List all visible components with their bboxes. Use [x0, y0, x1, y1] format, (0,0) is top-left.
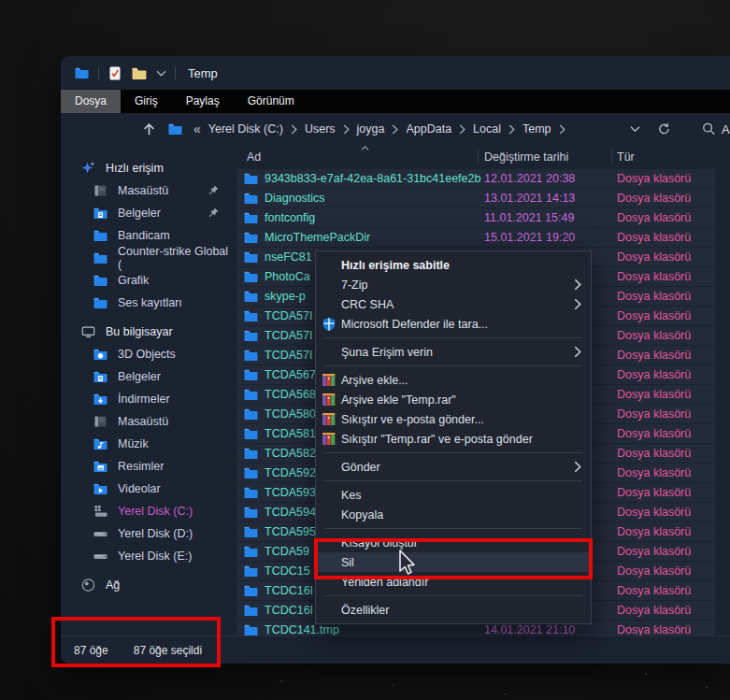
sidebar-item-label: Yerel Disk (D:) [118, 527, 193, 540]
sidebar-item-videolar[interactable]: Videolar [61, 478, 234, 500]
breadcrumb-item-users[interactable]: Users [305, 122, 336, 136]
folder-icon [243, 465, 259, 480]
sidebar-item-resimler[interactable]: Resimler [61, 455, 234, 478]
menu-item-arşive-ekle[interactable]: Arşive ekle... [316, 370, 591, 390]
refresh-icon[interactable] [657, 122, 671, 136]
file-type: Dosya klasörü [617, 545, 691, 558]
sidebar-item-masaüstü[interactable]: Masaüstü [61, 410, 234, 433]
breadcrumb-item-appdata[interactable]: AppData [406, 122, 451, 136]
sidebar-item-grafik[interactable]: Grafik [61, 269, 234, 292]
folder-icon [243, 348, 259, 363]
sidebar-item-bu-bilgisayar[interactable]: Bu bilgisayar [61, 321, 234, 343]
column-header-type[interactable]: Tür [617, 150, 635, 164]
sidebar-item-masaüstü[interactable]: Masaüstü [61, 179, 234, 202]
file-row[interactable]: fontconfig11.01.2021 15:49Dosya klasörü [236, 208, 715, 227]
sidebar-item-yerel-disk-c[interactable]: Yerel Disk (C:) [61, 500, 234, 522]
breadcrumb-item-joyga[interactable]: joyga [357, 122, 385, 136]
menu-item-label: Özellikler [341, 604, 389, 617]
menu-item-microsoft-defender-ile-tara[interactable]: Microsoft Defender ile tara... [316, 314, 591, 334]
column-header-name[interactable]: Ad [247, 150, 261, 164]
file-row[interactable]: MicroThemePackDir15.01.2021 19:20Dosya k… [236, 228, 715, 247]
breadcrumb-chevron-icon[interactable] [343, 124, 350, 135]
tab-giriş[interactable]: Giriş [121, 90, 172, 113]
address-bar[interactable]: « Yerel Disk (C:)UsersjoygaAppDataLocalT… [61, 113, 730, 145]
folder-icon [243, 505, 259, 520]
breadcrumb-chevron-icon[interactable] [459, 124, 465, 135]
documents-icon [93, 206, 108, 221]
menu-item-label: 7-Zip [341, 279, 367, 292]
file-type: Dosya klasörü [617, 309, 691, 322]
titlebar[interactable]: Temp [61, 56, 730, 90]
folder-icon [243, 407, 259, 421]
column-divider[interactable] [611, 149, 612, 165]
menu-separator [324, 595, 582, 596]
menu-item-kes[interactable]: Kes [316, 485, 591, 505]
sidebar-item-ses-kayıtları[interactable]: Ses kayıtları [61, 292, 234, 314]
up-arrow-icon[interactable] [141, 121, 157, 137]
menu-item-sıkıştır-ve-e-posta-gönder[interactable]: Sıkıştır ve e-posta gönder... [316, 409, 591, 429]
sidebar-section-ağ: Ağ [61, 574, 234, 596]
menu-item-şuna-erişim-verin[interactable]: Şuna Erişim verin [316, 342, 591, 362]
properties-check-icon[interactable] [107, 65, 122, 81]
menu-item-arşive-ekle-temp-rar[interactable]: Arşive ekle "Temp.rar" [316, 390, 591, 409]
file-row[interactable]: 9343b833-e7af-42ea-8a61-31bc41eefe2b12.0… [236, 169, 715, 188]
quick-access-toolbar-chevron-icon[interactable] [156, 70, 166, 77]
file-type: Dosya klasörü [617, 250, 691, 264]
titlebar-divider [175, 66, 176, 80]
window-title: Temp [188, 66, 218, 80]
menu-item-hızlı-erişime-sabitle[interactable]: Hızlı erişime sabitle [316, 255, 591, 275]
menu-item-sıkıştır-temp-rar-ve-e-posta-gönder[interactable]: Sıkıştır "Temp.rar" ve e-posta gönder [316, 429, 591, 449]
sidebar-item-counter-strike-global[interactable]: Counter-strike Global ( [61, 247, 234, 269]
file-type: Dosya klasörü [617, 231, 691, 244]
folder-icon [243, 387, 259, 402]
sidebar-item-ağ[interactable]: Ağ [61, 574, 234, 596]
search-icon[interactable] [702, 122, 716, 136]
menu-item-label: Kopyala [341, 508, 383, 521]
search-box-text[interactable]: A [722, 122, 730, 136]
folder-icon [243, 426, 259, 441]
menu-item-7-zip[interactable]: 7-Zip [316, 275, 591, 294]
breadcrumb-item-yerel-disk-c[interactable]: Yerel Disk (C:) [208, 122, 283, 136]
sidebar-item-label: İndirmeler [118, 393, 170, 406]
breadcrumb-chevron-icon[interactable] [559, 124, 565, 135]
file-type: Dosya klasörü [617, 584, 691, 597]
new-folder-icon[interactable] [131, 65, 148, 81]
breadcrumb-item-temp[interactable]: Temp [522, 122, 551, 136]
address-dropdown-chevron-icon[interactable] [630, 126, 640, 133]
sidebar-item-i-ndirmeler[interactable]: İndirmeler [61, 388, 234, 410]
folder-icon [243, 564, 259, 579]
column-divider[interactable] [478, 149, 479, 165]
sidebar-item-müzik[interactable]: Müzik [61, 433, 234, 455]
sidebar-item-label: Ses kayıtları [118, 296, 182, 309]
breadcrumb-item-local[interactable]: Local [473, 122, 501, 136]
sidebar-item-3d-objects[interactable]: 3D Objects [61, 343, 234, 365]
tab-dosya[interactable]: Dosya [61, 90, 121, 113]
file-name: TCDC16I [265, 604, 313, 617]
menu-item-kopyala[interactable]: Kopyala [316, 505, 591, 524]
sidebar-item-hızlı-erişim[interactable]: Hızlı erişim [61, 157, 234, 179]
breadcrumb-chevron-icon[interactable] [291, 124, 297, 135]
breadcrumb-collapse-glyph[interactable]: « [193, 121, 201, 136]
sidebar-item-belgeler[interactable]: Belgeler [61, 365, 234, 388]
tab-görünüm[interactable]: Görünüm [234, 90, 308, 113]
tab-paylaş[interactable]: Paylaş [172, 90, 234, 113]
sidebar-item-belgeler[interactable]: Belgeler [61, 202, 234, 224]
sidebar-item-label: Videolar [118, 482, 161, 495]
winrar-icon [322, 411, 337, 427]
menu-item-özellikler[interactable]: Özellikler [316, 600, 591, 620]
breadcrumb-chevron-icon[interactable] [508, 124, 515, 135]
menu-item-gönder[interactable]: Gönder [316, 457, 591, 477]
folder-icon [93, 228, 108, 243]
file-name: TCDA57I [265, 309, 312, 322]
sidebar-section-hızlı-erişim: Hızlı erişimMasaüstüBelgelerBandicamCoun… [61, 157, 234, 314]
sidebar-item-bandicam[interactable]: Bandicam [61, 224, 234, 247]
file-name: Diagnostics [265, 192, 325, 205]
file-type: Dosya klasörü [617, 270, 691, 283]
sidebar-item-yerel-disk-e[interactable]: Yerel Disk (E:) [61, 545, 234, 567]
file-row[interactable]: Diagnostics13.01.2021 14:13Dosya klasörü [236, 189, 715, 207]
ribbon-tab-strip: DosyaGirişPaylaşGörünüm [61, 90, 730, 113]
menu-item-crc-sha[interactable]: CRC SHA [316, 294, 591, 314]
column-header-date[interactable]: Değiştirme tarihi [484, 150, 568, 164]
breadcrumb-chevron-icon[interactable] [392, 124, 398, 135]
sidebar-item-yerel-disk-d[interactable]: Yerel Disk (D:) [61, 522, 234, 545]
